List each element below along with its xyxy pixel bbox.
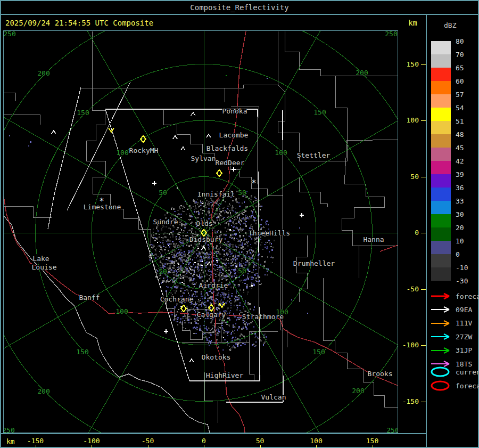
city-label: Louise	[32, 263, 57, 271]
radar-map[interactable]: 5050505010010010010015015015015020020020…	[3, 30, 398, 433]
legend-row: forecast	[430, 380, 479, 391]
right-axis-unit: km	[408, 19, 417, 27]
legend-label: forecast	[456, 382, 479, 390]
city-label: Lake	[32, 255, 49, 263]
colorbar-block	[431, 188, 451, 201]
legend-arrow-icon	[430, 290, 453, 302]
city-label: Lacombe	[219, 131, 249, 139]
colorbar-label: 70	[456, 51, 478, 59]
legend-label: 09EA	[456, 306, 472, 314]
legend-row: 27ZW	[430, 331, 472, 342]
city-label: Sundre	[153, 218, 178, 226]
radar-site-diamond-icon	[217, 170, 222, 176]
dot-marker-icon	[157, 242, 158, 243]
city-label: Strathmore	[242, 313, 284, 321]
city-label: Didsbury	[189, 235, 223, 243]
map-boundary-line	[342, 141, 398, 246]
bottom-axis-tick-label: 100	[300, 437, 332, 445]
map-boundary-line	[335, 76, 347, 141]
map-boundary-line	[380, 245, 398, 251]
range-ring-label: 150	[76, 348, 88, 356]
colorbar-label: 39	[456, 170, 478, 178]
bottom-axis-tick-label: -150	[20, 437, 52, 445]
range-ring-label: 250	[385, 30, 397, 38]
caret-marker-icon	[173, 136, 177, 139]
right-axis-tick	[421, 345, 426, 346]
map-boundary-line	[280, 230, 287, 347]
colorbar-label: 33	[456, 197, 478, 205]
legend-arrow-icon	[430, 345, 453, 356]
right-axis-tick-label: 150	[399, 60, 419, 68]
colorbar-block	[431, 41, 451, 54]
colorbar-block	[431, 81, 451, 94]
right-axis-tick	[421, 233, 426, 233]
right-axis: 150100500-50-100-150	[398, 30, 426, 433]
plus-marker-icon	[164, 329, 168, 333]
map-boundary-line	[299, 177, 327, 207]
city-label: Innisfail	[197, 190, 235, 198]
range-ring-label: 250	[3, 426, 15, 433]
legend-label: current	[456, 368, 479, 376]
legend-label: 31JP	[456, 346, 472, 354]
bottom-axis-tick	[148, 445, 148, 448]
city-label: RockyMH	[129, 146, 159, 154]
right-axis-tick	[421, 64, 426, 65]
colorbar-pane: dBZ 807065605754514845423936333020100-10…	[427, 15, 479, 447]
range-ring-label: 200	[37, 387, 49, 395]
range-ring-label: 150	[312, 348, 325, 356]
range-ring-label: 50	[238, 189, 246, 197]
colorbar-label: 51	[456, 117, 478, 125]
bottom-axis-tick	[316, 445, 317, 448]
colorbar-block	[431, 214, 451, 227]
legend-row: 31JP	[430, 345, 472, 356]
range-ring-label: 250	[386, 426, 398, 433]
right-axis-tick	[421, 120, 426, 121]
range-ring-label: 200	[37, 69, 49, 77]
map-boundary-line	[296, 235, 307, 302]
bottom-axis-tick	[373, 445, 373, 448]
colorbar-label: 48	[456, 131, 478, 139]
legend-row: forecast	[430, 291, 479, 302]
colorbar-label: 65	[456, 64, 478, 72]
city-label: Vulcan	[261, 393, 286, 401]
colorbar-label: 57	[456, 91, 478, 99]
city-label: ThreeHills	[249, 229, 290, 237]
caret-marker-icon	[207, 262, 211, 265]
map-boundary-line	[3, 115, 40, 125]
city-label: Blackfalds	[207, 144, 248, 152]
colorbar-label: 80	[456, 37, 478, 45]
bottom-axis-tick-label: -100	[76, 437, 108, 445]
asterisk-marker-icon: *	[251, 178, 256, 188]
legend-label: 27ZW	[456, 333, 472, 341]
city-label: Brooks	[368, 370, 393, 378]
colorbar-block	[431, 174, 451, 188]
colorbar-label: 60	[456, 77, 478, 85]
colorbar-label: -10	[456, 264, 478, 272]
colorbar-block	[431, 148, 451, 161]
legend-arrow-icon	[430, 304, 453, 315]
caret-marker-icon	[181, 147, 185, 150]
legend-ellipse-icon	[430, 366, 453, 378]
colorbar-label: -30	[456, 277, 478, 285]
colorbar-block	[431, 267, 451, 281]
colorbar-block	[431, 134, 451, 148]
map-header: 2025/09/24 21:54:55 UTC Composite km	[1, 15, 426, 30]
right-axis-tick-label: 0	[399, 229, 419, 237]
range-ring-label: 50	[238, 267, 246, 275]
bottom-axis-tick-label: -50	[132, 437, 164, 445]
radar-map-canvas[interactable]: 5050505010010010010015015015015020020020…	[3, 30, 398, 433]
city-label: HighRiver	[206, 371, 244, 379]
plus-marker-icon	[232, 167, 236, 172]
range-ring-label: 100	[115, 307, 128, 315]
bottom-axis-tick-label: 50	[244, 437, 276, 445]
city-label: RedDeer	[216, 159, 245, 167]
timestamp-label: 2025/09/24 21:54:55 UTC Composite	[5, 19, 153, 27]
asterisk-marker-icon: *	[99, 197, 104, 206]
colorbar-label: 10	[456, 237, 478, 245]
colorbar-label: 36	[456, 184, 478, 192]
right-axis-tick-label: 100	[399, 116, 419, 124]
map-boundary-line	[3, 93, 15, 101]
colorbar-label: 30	[456, 210, 478, 218]
map-boundary-line	[3, 206, 52, 217]
range-ring-label: 200	[356, 69, 368, 77]
